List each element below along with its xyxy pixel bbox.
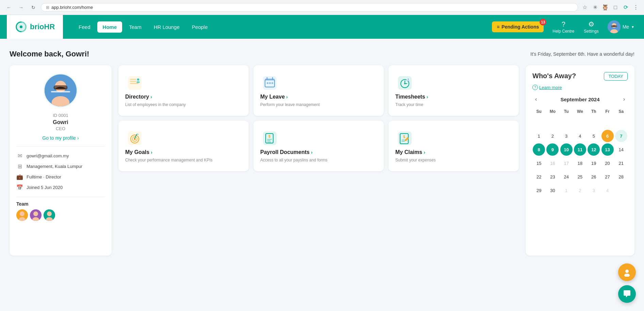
whos-away-title: Who's Away?: [532, 72, 576, 80]
svg-rect-53: [267, 140, 270, 141]
cal-day[interactable]: 1: [560, 184, 573, 196]
welcome-title: Welcome back, Gowri!: [10, 50, 89, 58]
calendar-month-year: September 2024: [560, 97, 599, 102]
pending-actions-button[interactable]: ≡ Pending Actions 13: [492, 21, 544, 32]
cal-day[interactable]: 19: [588, 157, 600, 169]
nav-people[interactable]: People: [186, 21, 213, 33]
cal-day[interactable]: 21: [615, 157, 627, 169]
cal-day[interactable]: 23: [546, 171, 559, 183]
cal-day[interactable]: 2: [574, 184, 586, 196]
quick-card-payroll[interactable]: $ Payroll Documents › Access to all your…: [253, 121, 384, 171]
cal-day[interactable]: 4: [574, 130, 586, 142]
quick-card-goals[interactable]: My Goals › Check your performance manage…: [118, 121, 249, 171]
quick-card-leave[interactable]: My Leave › Perform your leave management: [253, 65, 384, 116]
browser-ext4[interactable]: ⟳: [622, 3, 630, 12]
browser-star[interactable]: ☆: [581, 3, 589, 12]
browser-ext2[interactable]: 🦉: [601, 3, 609, 12]
user-avatar-svg: [608, 20, 621, 33]
cal-day[interactable]: 15: [533, 157, 545, 169]
profile-card: ID 0001 Gowri CEO Go to my profile › ✉ g…: [10, 65, 112, 256]
cal-day: [574, 116, 586, 128]
address-bar[interactable]: ⊞ app.briohr.com/home: [41, 3, 578, 12]
nav-home[interactable]: Home: [97, 21, 122, 33]
team-avatar-3: [44, 209, 55, 221]
cal-day[interactable]: 8: [533, 143, 545, 156]
browser-ext3[interactable]: □: [611, 3, 620, 12]
employment-icon: 💼: [16, 174, 23, 180]
cal-day[interactable]: 2: [546, 130, 559, 142]
payroll-icon: $: [260, 129, 279, 148]
cal-day[interactable]: 12: [588, 143, 600, 156]
svg-rect-22: [130, 81, 137, 82]
browser-refresh[interactable]: ↻: [29, 3, 38, 12]
browser-menu[interactable]: ⋮: [632, 3, 640, 12]
cal-day[interactable]: 29: [533, 184, 545, 196]
cal-day[interactable]: 30: [546, 184, 559, 196]
cal-day[interactable]: 11: [574, 143, 586, 156]
svg-rect-5: [611, 25, 617, 27]
svg-rect-29: [265, 78, 275, 81]
cal-day[interactable]: 22: [533, 171, 545, 183]
quick-access-grid: Directory › List of employees in the com…: [118, 65, 519, 171]
calendar-prev[interactable]: ‹: [532, 95, 540, 104]
cal-day[interactable]: 25: [574, 171, 586, 183]
cal-day[interactable]: 3: [560, 130, 573, 142]
joined-icon: 📅: [16, 184, 23, 191]
svg-rect-32: [267, 82, 268, 84]
cal-day[interactable]: 28: [615, 171, 627, 183]
settings-icon: ⚙: [588, 20, 594, 28]
quick-card-directory[interactable]: Directory › List of employees in the com…: [118, 65, 249, 116]
learn-more-row[interactable]: ? Learn more: [532, 85, 628, 90]
user-avatar-nav[interactable]: Me ▼: [605, 20, 637, 33]
quick-card-claims[interactable]: $ My Claims › Submit your expenses: [389, 121, 519, 171]
cal-day[interactable]: 18: [574, 157, 586, 169]
nav-team[interactable]: Team: [123, 21, 147, 33]
help-centre-label: Help Centre: [552, 29, 574, 34]
cal-day[interactable]: 3: [588, 184, 600, 196]
svg-point-18: [47, 211, 52, 216]
svg-point-26: [136, 81, 140, 83]
browser-ext1[interactable]: ✳: [591, 3, 599, 12]
payroll-arrow: ›: [311, 150, 313, 155]
settings-nav[interactable]: ⚙ Settings: [580, 20, 602, 34]
profile-role: CEO: [16, 126, 105, 131]
cal-day[interactable]: 20: [601, 157, 614, 169]
profile-link[interactable]: Go to my profile ›: [16, 135, 105, 141]
calendar-next[interactable]: ›: [621, 95, 628, 104]
browser-back[interactable]: ←: [4, 3, 14, 12]
cal-day[interactable]: 7: [615, 130, 627, 142]
cal-day[interactable]: 14: [615, 143, 627, 156]
svg-rect-23: [130, 83, 138, 84]
cal-day[interactable]: 10: [560, 143, 573, 156]
quick-access-container: Directory › List of employees in the com…: [118, 65, 519, 256]
nav-hr-lounge[interactable]: HR Lounge: [148, 21, 185, 33]
profile-id: ID 0001: [16, 113, 105, 118]
logo[interactable]: brioHR: [7, 15, 63, 39]
cal-day: [560, 116, 573, 128]
cal-day[interactable]: 5: [588, 130, 600, 142]
cal-day-header: We: [574, 108, 587, 115]
quick-card-timesheets[interactable]: Timesheets › Track your time: [389, 65, 519, 116]
cal-day[interactable]: 13: [601, 143, 614, 156]
nav-feed[interactable]: Feed: [73, 21, 96, 33]
payroll-desc: Access to all your payslins and forms: [260, 157, 377, 163]
user-avatar-circle: [608, 20, 621, 33]
help-centre-icon: ?: [562, 20, 565, 28]
user-label: Me: [623, 24, 629, 30]
cal-day[interactable]: 26: [588, 171, 600, 183]
settings-label: Settings: [584, 29, 598, 34]
top-nav: brioHR Feed Home Team HR Lounge People ≡…: [0, 15, 644, 39]
directory-icon: [125, 73, 144, 92]
cal-day[interactable]: 24: [560, 171, 573, 183]
cal-day[interactable]: 6: [601, 130, 614, 142]
profile-employment: 💼 Fulltime · Director: [16, 172, 105, 182]
today-button[interactable]: TODAY: [604, 72, 628, 81]
svg-rect-59: [401, 141, 405, 142]
cal-day[interactable]: 9: [546, 143, 559, 156]
cal-day[interactable]: 27: [601, 171, 614, 183]
learn-more-link[interactable]: Learn more: [539, 85, 562, 90]
browser-forward[interactable]: →: [16, 3, 26, 12]
help-centre-nav[interactable]: ? Help Centre: [549, 20, 578, 34]
cal-day[interactable]: 4: [601, 184, 614, 196]
cal-day[interactable]: 1: [533, 130, 545, 142]
